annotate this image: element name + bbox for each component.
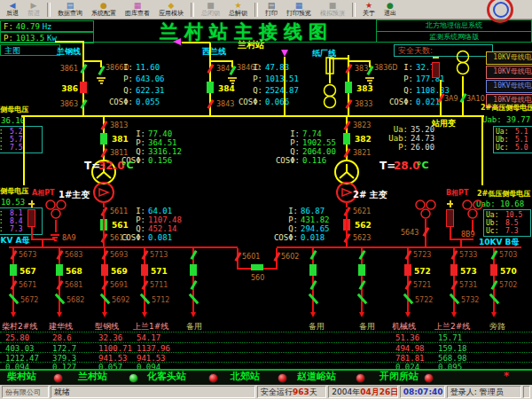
transformer-icon[interactable]: [331, 160, 363, 207]
hv2-voltage-title: 2#高压侧母电压: [481, 104, 532, 112]
table-value: 25.80: [5, 333, 29, 342]
hv2-voltage-phase-label: Ua:: [496, 128, 508, 136]
trafo1-lv-label: Q:: [262, 224, 298, 233]
power-flow-arrow-icon: [173, 38, 181, 45]
wire: [348, 60, 370, 62]
breaker-570[interactable]: [490, 264, 497, 276]
breaker-382[interactable]: [343, 133, 350, 145]
breaker-spare[interactable]: [358, 264, 365, 276]
right-panel-button[interactable]: 10KV母线电压: [486, 51, 532, 65]
wire: [55, 41, 82, 43]
feeder-name-label: 建华线: [49, 322, 73, 331]
wire: [55, 220, 57, 232]
station-button-兰村站[interactable]: 兰村站: [78, 372, 107, 383]
lv2-voltage-phase-label: Uc:: [486, 227, 498, 235]
ground-icon: [52, 237, 58, 239]
station-navigation-bar: 柴村站兰村站化客头站北郊站赵道峪站开闭所站*: [0, 371, 532, 385]
feeder-arrow-icon: [451, 312, 457, 317]
trafo0-lv-value: 452.14: [148, 224, 177, 233]
device-id-label: 567: [20, 267, 36, 276]
device-id-label: 5683: [65, 251, 82, 259]
trafo0-lv-value: 64.01: [148, 207, 172, 215]
hv2-voltage-phase-label: Ub:: [496, 136, 508, 144]
trafo0-hv-value: 3316.12: [148, 147, 182, 156]
feeder-name-label: 上兰2#线: [434, 322, 470, 331]
wire: [450, 200, 451, 207]
device-id-label: 5731: [459, 281, 477, 289]
lv1-voltage-phase-label: Ub:: [0, 217, 3, 225]
id-3A10: 3A10: [466, 95, 485, 103]
lv2-voltage-phase-value: 7.3: [505, 227, 518, 235]
station-button-化客头站[interactable]: 化客头站: [147, 372, 186, 383]
breaker-spare[interactable]: [190, 264, 197, 276]
login-user: 登录人: 管理员: [447, 386, 521, 398]
disconnector-5602[interactable]: [273, 252, 280, 262]
wire: [23, 116, 25, 185]
station-button-开闭所站[interactable]: 开闭所站: [379, 372, 419, 383]
wire: [460, 239, 462, 246]
id-5621: 5621: [353, 207, 371, 215]
station-button-北郊站[interactable]: 北郊站: [231, 372, 260, 383]
breaker-571[interactable]: [141, 264, 148, 276]
feeder35-0-label: Q:: [92, 86, 133, 95]
right-panel-button[interactable]: 10KV母线电压: [486, 66, 532, 79]
id-8B9: 8B9: [461, 231, 475, 239]
trafo1-lv-label: COSΦ:: [262, 233, 298, 242]
hv2-voltage-phase-value: 5.1: [515, 136, 528, 144]
lv2-voltage-phase-value: 8.5: [505, 219, 518, 227]
disconnector-5601[interactable]: [234, 252, 241, 262]
feeder-arrow-icon: [102, 312, 107, 317]
feeder-name-label: 旁路: [489, 322, 505, 331]
hv1-voltage-phase-value: 5.7: [10, 136, 22, 144]
device-id-label: 5721: [413, 281, 431, 289]
station-transformer-value: 26.00: [411, 143, 434, 152]
pt-phase-label: B相PT: [446, 189, 468, 197]
table-divider: [0, 352, 532, 353]
bus-10kv-A: [9, 246, 238, 248]
id-8A9: 8A9: [62, 234, 76, 242]
feeder-arrow-icon: [405, 312, 411, 317]
station-button-赵道峪站[interactable]: 赵道峪站: [297, 372, 336, 383]
lv1-voltage-phase-label: Ua:: [0, 209, 3, 217]
wire: [31, 239, 55, 240]
device-id-label: 5711: [150, 281, 168, 289]
hv2-voltage-phase-value: 5.1: [515, 128, 528, 136]
wire: [42, 239, 43, 246]
lv1-voltage-bus-label: 10KV A母: [0, 236, 30, 245]
trafo1-hv-label: Q:: [264, 147, 300, 156]
id-3833: 3833: [355, 100, 372, 108]
wire: [450, 239, 473, 240]
disconnector-cap[interactable]: [422, 227, 429, 237]
asterisk-indicator: *: [504, 371, 509, 383]
breaker-381[interactable]: [100, 133, 107, 145]
breaker-567[interactable]: [10, 264, 17, 276]
trafo1-lv-label: I:: [262, 207, 298, 215]
lv2-voltage-phase-value: 10.5: [505, 211, 522, 219]
station-transformer-label: Uab:: [371, 134, 408, 143]
breaker-573[interactable]: [450, 264, 458, 276]
device-id-label: 5732: [461, 296, 479, 304]
feeder35-1-value: 1013.51: [265, 74, 299, 83]
feeder-name-label: 备用: [359, 322, 375, 331]
station-button-柴村站[interactable]: 柴村站: [7, 372, 36, 383]
breaker-568[interactable]: [56, 264, 63, 276]
ground-icon: [54, 239, 57, 241]
feeder35-1-value: 2524.87: [265, 86, 299, 95]
breaker-569[interactable]: [101, 264, 108, 276]
breaker-386[interactable]: [80, 82, 87, 93]
table-divider: [0, 362, 532, 363]
breaker-383[interactable]: [345, 82, 352, 93]
feeder-arrow-icon: [310, 312, 316, 317]
breaker-572[interactable]: [404, 264, 411, 276]
breaker-560[interactable]: [251, 264, 263, 270]
right-panel-button[interactable]: 10KV母线电压: [486, 80, 532, 93]
device-id-label: 5712: [152, 296, 169, 304]
feeder-arrow-icon: [359, 312, 364, 317]
station-led-off: [278, 373, 287, 383]
breaker-384[interactable]: [207, 82, 214, 93]
id-5601: 5601: [242, 253, 260, 261]
device-id-label: 5713: [150, 251, 168, 259]
wire: [346, 209, 348, 246]
breaker-spare[interactable]: [309, 264, 317, 276]
feeder-name-label: 备用: [186, 322, 202, 331]
